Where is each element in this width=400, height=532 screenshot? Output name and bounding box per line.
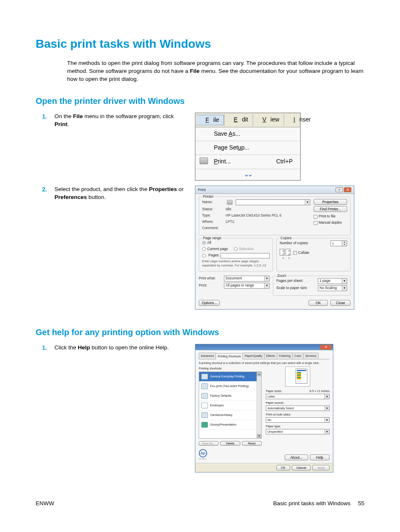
- close-button[interactable]: Close: [330, 300, 351, 306]
- find-printer-button[interactable]: Find Printer...: [314, 206, 347, 212]
- tab-effects[interactable]: Effects: [264, 353, 277, 359]
- print-both-sides-dropdown[interactable]: No▼: [266, 417, 330, 423]
- section2-step1-text: Click the Help button to open the online…: [55, 344, 195, 352]
- properties-button[interactable]: Properties: [314, 199, 347, 205]
- shortcut-envelopes[interactable]: Envelopes: [199, 401, 257, 411]
- page-range-fieldset: Page range AllAll Current pageCurrent pa…: [199, 238, 273, 271]
- menu-print[interactable]: Print...Print... Ctrl+P: [195, 155, 300, 170]
- shortcut-icon: [201, 383, 208, 389]
- collate-icon: 321 321: [280, 249, 291, 256]
- help-window-button[interactable]: ?: [335, 187, 343, 192]
- pages-radio[interactable]: [202, 254, 206, 258]
- shortcut-eco[interactable]: Eco-print (Two-sided Printing): [199, 382, 257, 391]
- shortcut-icon: [201, 374, 208, 380]
- properties-dialog-screenshot: ✕ Advanced Printing Shortcuts Paper/Qual…: [195, 344, 333, 473]
- printer-name-dropdown[interactable]: ▼: [236, 199, 310, 205]
- shortcut-icon: [201, 412, 208, 418]
- close-window-button[interactable]: ✕: [344, 187, 351, 192]
- prop-apply-button[interactable]: Apply: [312, 465, 330, 470]
- menubar-view[interactable]: ViewView: [252, 115, 283, 126]
- paper-sizes-dropdown[interactable]: Letter▼: [266, 394, 330, 399]
- shortcut-general[interactable]: General Everyday Printing: [199, 372, 257, 382]
- section2-step1-number: 1.: [36, 344, 55, 352]
- envelope-icon: [201, 403, 208, 408]
- shortcut-save-as-button[interactable]: Save As...: [199, 441, 218, 446]
- close-window-button[interactable]: ✕: [320, 345, 332, 350]
- menu-save-as[interactable]: Save As...Save As...: [195, 127, 300, 141]
- menu-page-setup[interactable]: Page Setup...Page Setup...: [195, 141, 300, 155]
- scale-dropdown[interactable]: No Scaling▼: [318, 285, 347, 291]
- intro-file-word: File: [190, 68, 200, 74]
- tab-advanced[interactable]: Advanced: [199, 353, 216, 359]
- step1-text: On the File menu in the software program…: [55, 113, 195, 129]
- shortcut-delete-button[interactable]: Delete: [220, 441, 240, 446]
- paper-source-dropdown[interactable]: Automatically Select▼: [266, 405, 330, 411]
- menu-print-shortcut: Ctrl+P: [276, 158, 296, 167]
- shortcut-description: A printing shortcut is a collection of s…: [199, 361, 330, 365]
- print-dialog-screenshot: Print ? ✕ Printer Name:: [195, 186, 354, 310]
- step1-number: 1.: [36, 113, 55, 121]
- copies-spinner[interactable]: 1▲▼: [330, 240, 347, 246]
- menubar: FFileile EditEdit ViewView InserInser: [195, 113, 300, 128]
- properties-dialog-titlebar: ✕: [195, 344, 333, 350]
- selection-radio: [234, 247, 238, 251]
- options-button[interactable]: Options...Options...: [199, 300, 220, 306]
- menubar-inser[interactable]: InserInser: [283, 115, 315, 126]
- tab-finishing[interactable]: Finishing: [277, 353, 293, 359]
- current-page-radio[interactable]: [202, 247, 206, 251]
- menubar-edit[interactable]: EditEdit: [224, 115, 252, 126]
- file-menu-screenshot: FFileile EditEdit ViewView InserInser Sa…: [195, 113, 301, 181]
- print-range-dropdown[interactable]: All pages in range▼: [224, 283, 270, 289]
- zoom-fieldset: Zoom Pages per sheet:Pages per sheet: 1 …: [273, 276, 351, 296]
- about-button[interactable]: About...: [285, 455, 308, 460]
- tab-color[interactable]: Color: [292, 353, 304, 359]
- prop-ok-button[interactable]: OK: [276, 465, 290, 470]
- menu-expand-icon[interactable]: ⌄⌄: [195, 169, 300, 180]
- printer-icon: [227, 200, 233, 205]
- section2-title: Get help for any printing option with Wi…: [36, 326, 364, 338]
- tab-services[interactable]: Services: [303, 353, 319, 359]
- properties-tabs: Advanced Printing Shortcuts Paper/Qualit…: [199, 353, 330, 359]
- section1-title: Open the printer driver with Windows: [36, 95, 364, 107]
- help-button[interactable]: Help: [310, 455, 330, 460]
- shortcut-cardstock[interactable]: Cardstock/Heavy: [199, 411, 257, 420]
- copies-fieldset: Copies Number of copies:Number of copies…: [276, 238, 351, 271]
- tab-paper-quality[interactable]: Paper/Quality: [242, 353, 264, 359]
- ok-button[interactable]: OK: [309, 300, 328, 306]
- hp-logo-icon: hp: [199, 449, 207, 457]
- print-what-dropdown[interactable]: Document▼: [224, 276, 270, 281]
- page-preview: [285, 367, 310, 387]
- print-dialog-title: Print: [198, 187, 206, 193]
- prop-cancel-button[interactable]: Cancel: [292, 465, 311, 470]
- step1-row: 1. On the File menu in the software prog…: [36, 113, 364, 181]
- footer-left: ENWW: [36, 500, 54, 508]
- pages-input[interactable]: [221, 253, 270, 258]
- paper-type-dropdown[interactable]: Unspecified▼: [266, 429, 330, 434]
- intro-paragraph: The methods to open the print dialog fro…: [67, 59, 364, 83]
- step2-text: Select the product, and then click the P…: [55, 186, 195, 201]
- all-radio[interactable]: [202, 241, 206, 245]
- step2-row: 2. Select the product, and then click th…: [36, 186, 364, 310]
- printer-icon: [200, 158, 208, 164]
- shortcuts-listbox[interactable]: General Everyday Printing Eco-print (Two…: [199, 372, 262, 439]
- printer-fieldset: Printer Name: ▼ Status:Idle Type:: [199, 196, 351, 235]
- footer-page-number: 55: [358, 500, 364, 508]
- shortcut-factory[interactable]: Factory Defaults: [199, 391, 257, 401]
- collate-checkbox[interactable]: [293, 251, 297, 255]
- shortcut-icon: [201, 393, 208, 399]
- manual-duplex-checkbox[interactable]: [314, 221, 317, 225]
- print-to-file-checkbox[interactable]: [314, 215, 317, 219]
- shortcut-reset-button[interactable]: Reset: [242, 441, 262, 446]
- page-heading: Basic print tasks with Windows: [36, 36, 364, 52]
- menubar-file[interactable]: FFileile: [196, 115, 224, 126]
- pages-per-sheet-dropdown[interactable]: 1 page▼: [318, 278, 347, 284]
- shortcut-glossy[interactable]: Glossy/Presentation: [199, 420, 257, 430]
- page-footer: ENWW Basic print tasks with Windows 55: [36, 500, 364, 508]
- shortcut-icon: [201, 422, 208, 428]
- step2-number: 2.: [36, 186, 55, 194]
- footer-section-name: Basic print tasks with Windows: [273, 500, 351, 508]
- scrollbar[interactable]: ▲▼: [257, 372, 261, 438]
- section2-step1-row: 1. Click the Help button to open the onl…: [36, 344, 364, 473]
- print-dialog-titlebar: Print ? ✕: [195, 186, 354, 194]
- tab-printing-shortcuts[interactable]: Printing Shortcuts: [216, 353, 243, 359]
